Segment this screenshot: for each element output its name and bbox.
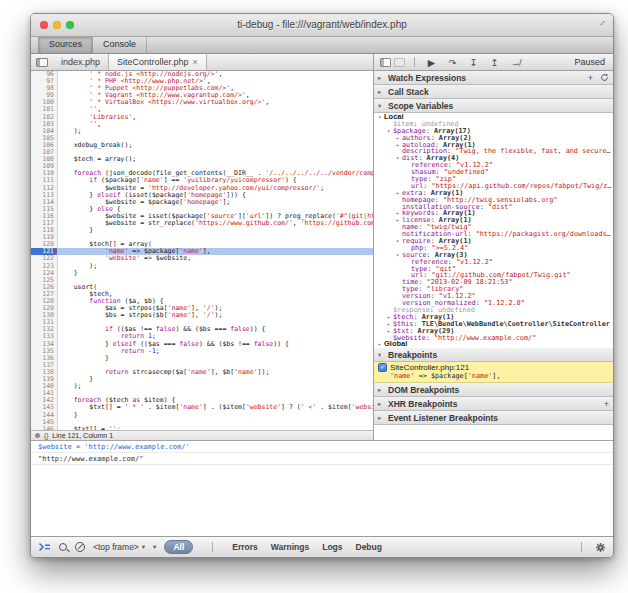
clear-console-icon[interactable]	[75, 542, 85, 552]
scope-row[interactable]: ▸autoload: Array(1)	[374, 142, 613, 149]
section-watch-expressions[interactable]: ▸ Watch Expressions +	[374, 71, 613, 85]
breakpoint-location[interactable]: SiteController.php:121	[390, 363, 469, 372]
titlebar[interactable]: ti-debug - file:///vagrant/web/index.php…	[31, 14, 613, 37]
code-line[interactable]: }	[58, 376, 373, 383]
console-toggle-icon[interactable]	[38, 542, 51, 552]
scope-row[interactable]: version_normalized: "1.12.2.0"	[374, 300, 613, 307]
minimize-window-button[interactable]	[53, 21, 61, 29]
navigator-toggle-icon[interactable]	[36, 58, 48, 67]
pretty-print-icon[interactable]: {}	[44, 432, 48, 440]
scope-row[interactable]: description: "Twig, the flexible, fast, …	[374, 148, 613, 155]
section-xhr-breakpoints[interactable]: ▸ XHR Breakpoints +	[374, 397, 613, 411]
resume-button[interactable]: ▶	[421, 55, 442, 70]
scope-row[interactable]: time: "2013-02-09 18:21:53"	[374, 279, 613, 286]
code-line[interactable]: '',	[58, 121, 373, 128]
step-into-button[interactable]: ↧	[463, 55, 484, 70]
context-selector[interactable]: ▾	[153, 543, 156, 551]
tab-console[interactable]: Console	[93, 37, 147, 53]
scope-row[interactable]: ▸keywords: Array(1)	[374, 210, 613, 217]
file-tab-index-php[interactable]: index.php	[53, 54, 109, 70]
code-line[interactable]: );	[58, 383, 373, 390]
section-breakpoints[interactable]: ▾ Breakpoints	[374, 348, 613, 362]
zoom-window-button[interactable]	[66, 21, 74, 29]
scope-row[interactable]: notification-url: "https://packagist.org…	[374, 231, 613, 238]
scope-row[interactable]: homepage: "http://twig.sensiolabs.org"	[374, 197, 613, 204]
code-line[interactable]: );	[58, 128, 373, 135]
scope-row[interactable]: version: "v1.12.2"	[374, 293, 613, 300]
scope-row[interactable]: ▾$package: Array(17)	[374, 128, 613, 135]
code-line[interactable]	[58, 277, 373, 284]
scope-row[interactable]: url: "https://api.github.com/repos/fabpo…	[374, 183, 613, 190]
breakpoint-state-icon[interactable]	[35, 433, 40, 438]
scope-row[interactable]: ▾require: Array(1)	[374, 238, 613, 245]
breakpoint-checkbox[interactable]: ✓	[378, 363, 387, 372]
filter-logs[interactable]: Logs	[322, 542, 342, 552]
code-line[interactable]: 'Libraries',	[58, 114, 373, 121]
scope-row[interactable]: shasum: "undefined"	[374, 169, 613, 176]
code-line[interactable]: $bs = strpos($b['name'], '/');	[58, 312, 373, 319]
scope-row[interactable]: ▸license: Array(1)	[374, 217, 613, 224]
code-line[interactable]: $tech = array();	[58, 156, 373, 163]
scope-row[interactable]: ▾Local	[374, 114, 613, 121]
scope-row[interactable]: name: "twig/twig"	[374, 224, 613, 231]
scope-row[interactable]: installation-source: "dist"	[374, 204, 613, 211]
step-over-button[interactable]: ↷	[442, 55, 463, 70]
code-area[interactable]: ' * node.js <http://nodejs.org/>', ' * P…	[58, 71, 373, 430]
collapse-sidebar-icon[interactable]	[394, 58, 405, 67]
scope-row[interactable]: reference: "v1.12.2"	[374, 162, 613, 169]
scope-row[interactable]: url: "git://github.com/fabpot/Twig.git"	[374, 272, 613, 279]
code-line[interactable]: }	[58, 270, 373, 277]
scope-row[interactable]: type: "zip"	[374, 176, 613, 183]
frame-selector[interactable]: <top frame> ▾	[93, 542, 145, 552]
filter-all-pill[interactable]: All	[164, 540, 193, 554]
section-scope-variables[interactable]: ▾ Scope Variables	[374, 99, 613, 113]
close-tab-icon[interactable]: ×	[193, 55, 198, 70]
code-line[interactable]: );	[58, 263, 373, 270]
search-icon[interactable]	[59, 543, 67, 551]
code-line[interactable]: xdebug_break();	[58, 142, 373, 149]
scope-row[interactable]: ▸$this: TLE\Bundle\WebBundle\Controller\…	[374, 321, 613, 328]
scope-row[interactable]: ▸extra: Array(1)	[374, 190, 613, 197]
close-window-button[interactable]	[40, 21, 48, 29]
section-event-listener-breakpoints[interactable]: ▸ Event Listener Breakpoints	[374, 411, 613, 425]
tab-sources[interactable]: Sources	[38, 37, 93, 53]
section-dom-breakpoints[interactable]: ▸ DOM Breakpoints	[374, 383, 613, 397]
code-editor[interactable]: 9697989910010110210310410510610710810911…	[31, 71, 373, 430]
line-number[interactable]: 146	[31, 426, 57, 430]
filter-warnings[interactable]: Warnings	[271, 542, 309, 552]
scope-row[interactable]: ▾dist: Array(4)	[374, 155, 613, 162]
code-line[interactable]: }	[58, 355, 373, 362]
add-watch-button[interactable]: +	[588, 73, 593, 83]
refresh-watch-icon[interactable]	[600, 73, 609, 82]
code-line[interactable]: $txt[] = ' * ' . $item['name'] . ($item[…	[58, 404, 373, 411]
scope-row[interactable]: type: "git"	[374, 266, 613, 273]
console-input[interactable]	[31, 465, 613, 536]
scope-row[interactable]: ▸authors: Array(2)	[374, 135, 613, 142]
line-number-gutter[interactable]: 9697989910010110210310410510610710810911…	[31, 71, 58, 430]
scope-row[interactable]: type: "library"	[374, 286, 613, 293]
add-xhr-breakpoint-button[interactable]: +	[604, 399, 609, 409]
scope-row[interactable]: $item: undefined	[374, 121, 613, 128]
scope-row[interactable]: php: ">=5.2.4"	[374, 245, 613, 252]
expand-sidebar-icon[interactable]	[380, 58, 391, 67]
code-line[interactable]: return strcasecmp($a['name'], $b['name']…	[58, 369, 373, 376]
code-line[interactable]: }	[58, 227, 373, 234]
scope-row[interactable]: ▸Global	[374, 341, 613, 348]
code-line[interactable]: 'website' => $website,	[58, 255, 373, 262]
file-tab-sitecontroller-php[interactable]: SiteController.php ×	[108, 54, 207, 70]
code-line[interactable]: $website = str_replace('https://www.gith…	[58, 220, 373, 227]
code-line[interactable]: ' * VirtualBox <https://www.virtualbox.o…	[58, 99, 373, 106]
scope-row[interactable]: ▸$txt: Array(29)	[374, 328, 613, 335]
scope-row[interactable]: $response: undefined	[374, 307, 613, 314]
breakpoint-entry[interactable]: ✓ SiteController.php:121 'name' => $pack…	[374, 362, 613, 383]
scope-row[interactable]: ▸$tech: Array(1)	[374, 314, 613, 321]
step-out-button[interactable]: ↥	[484, 55, 505, 70]
filter-errors[interactable]: Errors	[232, 542, 258, 552]
scope-row[interactable]: reference: "v1.12.2"	[374, 259, 613, 266]
settings-gear-icon[interactable]	[595, 542, 606, 553]
scope-row[interactable]: ▾source: Array(3)	[374, 252, 613, 259]
scope-row[interactable]: $website: "http://www.example.com/"	[374, 335, 613, 342]
code-line[interactable]: }	[58, 412, 373, 419]
filter-debug[interactable]: Debug	[356, 542, 382, 552]
section-call-stack[interactable]: ▸ Call Stack	[374, 85, 613, 99]
